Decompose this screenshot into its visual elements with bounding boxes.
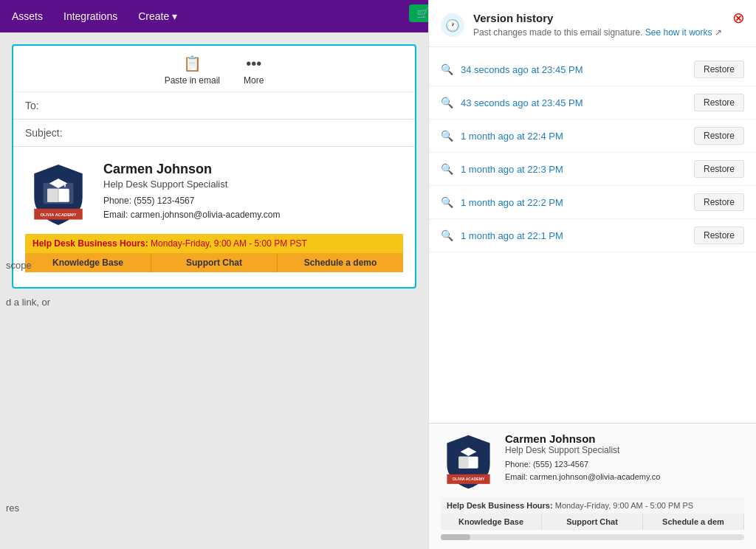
- restore-button[interactable]: Restore: [694, 127, 744, 145]
- to-field[interactable]: To:: [13, 92, 415, 120]
- restore-button[interactable]: Restore: [694, 193, 744, 211]
- restore-button[interactable]: Restore: [694, 160, 744, 178]
- olivia-academy-logo: OLIVIA ACADEMY: [25, 162, 92, 228]
- sig-title: Help Desk Support Specialist: [103, 179, 280, 190]
- left-text-scope: scope: [0, 254, 38, 277]
- preview-phone: Phone: (555) 123-4567: [505, 458, 660, 471]
- left-text-add-link: d a link, or: [0, 291, 56, 314]
- sig-link-kb[interactable]: Knowledge Base: [25, 253, 151, 272]
- paste-in-email-button[interactable]: 📋 Paste in email: [165, 55, 220, 86]
- preview-links: Knowledge Base Support Chat Schedule a d…: [441, 514, 744, 530]
- preview-banner-label: Help Desk Business Hours:: [447, 501, 553, 510]
- svg-text:OLIVIA ACADEMY: OLIVIA ACADEMY: [453, 477, 485, 481]
- history-time-link[interactable]: 1 month ago at 22:3 PM: [461, 164, 687, 175]
- history-search-icon: 🔍: [441, 196, 453, 208]
- sig-banner: Help Desk Business Hours: Monday-Friday,…: [25, 234, 403, 253]
- history-item: 🔍 43 seconds ago at 23:45 PM Restore: [429, 86, 756, 120]
- sig-email: Email: carmen.johnson@olivia-academy.com: [103, 208, 280, 222]
- cart-icon: 🛒: [416, 7, 429, 19]
- history-list: 🔍 34 seconds ago at 23:45 PM Restore 🔍 4…: [429, 47, 756, 423]
- history-time-link[interactable]: 34 seconds ago at 23:45 PM: [461, 64, 687, 75]
- preview-contact: Phone: (555) 123-4567 Email: carmen.john…: [505, 458, 660, 483]
- left-text-res: res: [0, 497, 25, 519]
- more-label: More: [244, 75, 264, 86]
- preview-sig-info: Carmen Johnson Help Desk Support Special…: [505, 432, 660, 483]
- sig-contact: Phone: (555) 123-4567 Email: carmen.john…: [103, 194, 280, 222]
- preview-name: Carmen Johnson: [505, 432, 660, 445]
- nav-integrations[interactable]: Integrations: [63, 7, 117, 25]
- history-search-icon: 🔍: [441, 97, 453, 108]
- restore-button[interactable]: Restore: [694, 61, 744, 78]
- email-compose: 📋 Paste in email ••• More To: Subject:: [12, 44, 416, 289]
- subject-field[interactable]: Subject:: [13, 120, 415, 147]
- sig-links: Knowledge Base Support Chat Schedule a d…: [25, 253, 403, 272]
- restore-button[interactable]: Restore: [694, 94, 744, 111]
- version-history-panel: 🕐 Version history Past changes made to t…: [428, 0, 756, 549]
- panel-header: 🕐 Version history Past changes made to t…: [429, 0, 756, 47]
- sig-link-chat[interactable]: Support Chat: [151, 253, 278, 272]
- more-icon: •••: [246, 55, 261, 72]
- restore-button[interactable]: Restore: [694, 227, 744, 244]
- more-button[interactable]: ••• More: [244, 55, 264, 86]
- preview-banner: Help Desk Business Hours: Monday-Friday,…: [441, 497, 744, 514]
- history-item: 🔍 34 seconds ago at 23:45 PM Restore: [429, 53, 756, 86]
- history-time-link[interactable]: 43 seconds ago at 23:45 PM: [461, 97, 687, 108]
- signature-info: Carmen Johnson Help Desk Support Special…: [103, 162, 280, 222]
- sig-name: Carmen Johnson: [103, 162, 280, 177]
- preview-logo: OLIVIA ACADEMY: [441, 432, 496, 491]
- svg-rect-2: [47, 189, 58, 202]
- svg-rect-5: [64, 182, 66, 187]
- history-item: 🔍 1 month ago at 22:3 PM Restore: [429, 153, 756, 186]
- history-time-link[interactable]: 1 month ago at 22:4 PM: [461, 131, 687, 142]
- signature-card: OLIVIA ACADEMY Carmen Johnson Help Desk …: [25, 162, 403, 228]
- see-how-link[interactable]: See how it works: [645, 27, 712, 38]
- preview-link-kb[interactable]: Knowledge Base: [441, 514, 542, 530]
- sig-banner-value: Monday-Friday, 9:00 AM - 5:00 PM PST: [151, 238, 307, 249]
- preview-email: Email: carmen.johnson@olivia-academy.co: [505, 471, 660, 483]
- preview-scrollbar-thumb: [441, 534, 470, 540]
- preview-link-demo[interactable]: Schedule a dem: [643, 514, 744, 530]
- history-item: 🔍 1 month ago at 22:4 PM Restore: [429, 120, 756, 153]
- nav-create[interactable]: Create ▾: [138, 7, 177, 25]
- sig-link-demo[interactable]: Schedule a demo: [278, 253, 403, 272]
- nav-assets[interactable]: Assets: [12, 7, 43, 25]
- svg-rect-9: [458, 457, 468, 469]
- close-button[interactable]: ⊗: [732, 9, 747, 24]
- sig-banner-label: Help Desk Business Hours:: [32, 238, 148, 249]
- panel-title: Version history: [473, 12, 722, 24]
- history-search-icon: 🔍: [441, 130, 453, 142]
- history-time-link[interactable]: 1 month ago at 22:1 PM: [461, 230, 687, 241]
- subject-label: Subject:: [25, 127, 63, 139]
- external-link-icon: ↗: [715, 27, 722, 38]
- panel-header-content: Version history Past changes made to thi…: [473, 12, 722, 38]
- signature-area: OLIVIA ACADEMY Carmen Johnson Help Desk …: [13, 147, 415, 287]
- paste-icon: 📋: [183, 55, 202, 72]
- version-history-icon: 🕐: [441, 13, 464, 37]
- history-item: 🔍 1 month ago at 22:2 PM Restore: [429, 186, 756, 219]
- preview-banner-value: Monday-Friday, 9:00 AM - 5:00 PM PS: [555, 501, 693, 510]
- preview-link-chat[interactable]: Support Chat: [542, 514, 643, 530]
- history-search-icon: 🔍: [441, 163, 453, 175]
- svg-text:OLIVIA ACADEMY: OLIVIA ACADEMY: [40, 213, 76, 217]
- preview-signature: OLIVIA ACADEMY Carmen Johnson Help Desk …: [441, 432, 744, 491]
- preview-title: Help Desk Support Specialist: [505, 445, 660, 455]
- paste-label: Paste in email: [165, 75, 220, 86]
- history-search-icon: 🔍: [441, 229, 453, 241]
- email-toolbar: 📋 Paste in email ••• More: [13, 46, 415, 92]
- preview-scrollbar[interactable]: [441, 534, 744, 540]
- history-item: 🔍 1 month ago at 22:1 PM Restore: [429, 219, 756, 252]
- panel-description: Past changes made to this email signatur…: [473, 27, 722, 38]
- history-time-link[interactable]: 1 month ago at 22:2 PM: [461, 197, 687, 208]
- main-area: 📋 Paste in email ••• More To: Subject:: [0, 32, 428, 549]
- preview-section: OLIVIA ACADEMY Carmen Johnson Help Desk …: [429, 423, 756, 549]
- to-label: To:: [25, 100, 39, 111]
- history-search-icon: 🔍: [441, 63, 453, 75]
- sig-phone: Phone: (555) 123-4567: [103, 194, 280, 208]
